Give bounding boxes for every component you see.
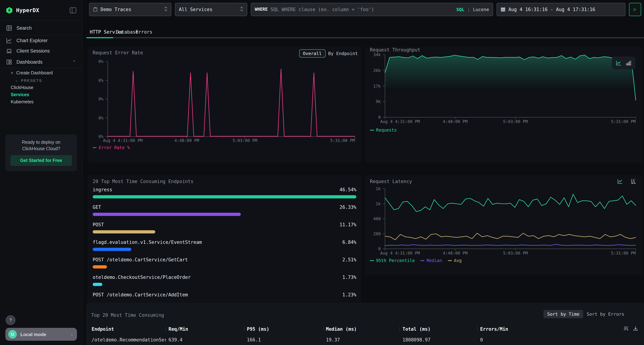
select-chevrons-icon	[164, 6, 168, 12]
chevron-up-icon[interactable]: ⌃	[73, 60, 76, 64]
plot-area[interactable]	[385, 189, 636, 249]
run-query-button[interactable]: ▷	[629, 3, 641, 16]
endpoint-label: ingress	[93, 187, 112, 192]
histogram-icon[interactable]	[631, 178, 636, 184]
sidebar-item-dashboards[interactable]: Dashboards ⌃	[0, 56, 82, 68]
top-time-consuming-table: Top 20 Most Time Consuming Sort by Time …	[86, 303, 644, 345]
endpoint-row[interactable]: oteldemo.CheckoutService/PlaceOrder 1.73…	[93, 275, 356, 286]
search-doc-icon	[6, 25, 12, 31]
endpoint-label: POST /oteldemo.CartService/AddItem	[93, 292, 188, 298]
endpoint-percent: 26.33%	[340, 205, 356, 210]
y-axis-labels: 0%0%0%0%0%	[92, 61, 106, 137]
cell-errors-min: 0	[480, 337, 483, 343]
lucene-mode-toggle[interactable]: Lucene	[473, 6, 489, 12]
sql-mode-toggle[interactable]: SQL	[456, 6, 464, 12]
column-resize-handle[interactable]: ⋮	[164, 326, 168, 331]
date-range-picker[interactable]: Aug 4 16:31:16 - Aug 4 17:31:16	[496, 3, 626, 16]
line-chart-icon[interactable]	[616, 60, 622, 66]
local-mode-button[interactable]: U Local mode ›	[5, 328, 77, 341]
endpoint-percent: 6.84%	[342, 240, 356, 245]
collapse-sidebar-icon[interactable]	[70, 7, 76, 13]
endpoint-bar	[93, 213, 241, 216]
cell-p95: 166.1	[247, 337, 261, 343]
column-resize-handle[interactable]: ⋮	[242, 326, 246, 331]
cell-req-min: 639.4	[168, 337, 182, 343]
latency-card: Request Latency 1k1k4002000 Aug 4 4:31:0…	[365, 175, 642, 275]
promo-line1: Ready to deploy on	[5, 139, 77, 145]
sidebar-item-label: Client Sessions	[16, 48, 50, 54]
row-options-icon[interactable]	[623, 326, 628, 333]
endpoint-row[interactable]: POST 11.17%	[93, 222, 356, 234]
top-endpoints-panel: 20 Top Most Time Consuming Endpoints ing…	[88, 175, 361, 303]
chart-legend: Error Rate %	[93, 145, 130, 150]
sidebar-item-search[interactable]: Search	[0, 21, 82, 35]
calendar-icon	[500, 7, 506, 12]
tab-errors[interactable]: Errors	[136, 29, 152, 35]
download-icon[interactable]	[633, 326, 638, 333]
clickhouse-cloud-promo: Ready to deploy on ClickHouse Cloud? Get…	[5, 134, 77, 171]
sidebar-item-label: Dashboards	[16, 59, 42, 65]
endpoint-percent: 11.17%	[340, 222, 356, 227]
by-endpoint-toggle[interactable]: By Endpoint	[328, 51, 358, 56]
sidebar-item-client-sessions[interactable]: Client Sessions	[0, 46, 82, 56]
endpoint-bar	[93, 195, 356, 198]
endpoint-row[interactable]: ingress 46.54%	[93, 187, 356, 198]
get-started-button[interactable]: Get Started for Free	[10, 155, 72, 166]
help-button[interactable]: ?	[6, 315, 16, 325]
overall-toggle[interactable]: Overall	[299, 49, 326, 57]
column-resize-handle[interactable]: ⋮	[475, 326, 480, 331]
column-resize-handle[interactable]: ⋮	[398, 326, 402, 331]
table-title: Top 20 Most Time Consuming	[91, 313, 164, 318]
select-chevrons-icon	[240, 6, 243, 12]
cell-total: 1808098.97	[402, 337, 430, 343]
sidebar-item-label: Chart Explorer	[16, 38, 48, 43]
hyperdx-app: HyperDX Search Chart Explorer	[0, 0, 644, 345]
line-chart-icon[interactable]	[617, 178, 623, 184]
create-dashboard-button[interactable]: + Create Dashboard	[11, 69, 82, 76]
endpoints-list: ingress 46.54% GET 26.33%	[93, 187, 356, 303]
y-axis-labels: 1k1k4002000	[369, 189, 383, 249]
error-rate-chart: 0%0%0%0%0%	[92, 61, 357, 137]
play-icon: ▷	[634, 7, 636, 12]
throughput-chart: 34k26k17k9k0	[369, 55, 638, 117]
latency-chart: 1k1k4002000	[369, 189, 638, 249]
endpoint-row[interactable]: POST /oteldemo.CartService/AddItem 1.23%	[93, 292, 356, 303]
chevron-down-icon: ⌄	[15, 78, 18, 82]
source-select[interactable]: Demo Traces	[89, 3, 172, 16]
tab-underline-track	[86, 37, 644, 38]
col-total[interactable]: Total (ms)	[402, 327, 430, 332]
sidebar-item-services[interactable]: Services	[11, 91, 82, 98]
plot-area[interactable]	[385, 55, 636, 117]
endpoint-bar	[93, 248, 131, 251]
col-req-min[interactable]: Req/Min	[168, 327, 188, 332]
col-errors-min[interactable]: Errors/Min	[480, 327, 508, 332]
service-select[interactable]: All Services	[175, 3, 247, 16]
sidebar-item-clickhouse[interactable]: ClickHouse	[11, 84, 82, 91]
chevron-right-icon: ›	[71, 331, 73, 337]
endpoint-label: GET	[93, 205, 101, 210]
bar-chart-icon[interactable]	[626, 60, 632, 66]
panel-title: 20 Top Most Time Consuming Endpoints	[93, 179, 194, 184]
sidebar-item-kubernetes[interactable]: Kubernetes	[11, 98, 82, 105]
search-placeholder: SQL WHERE clause (ex. column = 'foo')	[270, 6, 454, 12]
sort-by-time-button[interactable]: Sort by Time	[544, 310, 583, 318]
endpoint-row[interactable]: GET 26.33%	[93, 205, 356, 216]
col-endpoint[interactable]: Endpoint	[92, 327, 114, 332]
topbar: Demo Traces All Services WHERE SQL WHERE…	[82, 0, 644, 18]
endpoint-row[interactable]: POST /oteldemo.CartService/GetCart 2.51%	[93, 257, 356, 269]
tab-database[interactable]: Database	[116, 29, 138, 35]
presets-group-toggle[interactable]: ⌄ PRESETS	[11, 76, 82, 84]
endpoint-percent: 2.51%	[342, 257, 356, 262]
search-input[interactable]: WHERE SQL WHERE clause (ex. column = 'fo…	[251, 3, 493, 16]
sort-by-errors-button[interactable]: Sort by Errors	[583, 310, 628, 318]
chart-legend: 95th PercentileMedianAvg	[370, 258, 462, 263]
endpoint-label: POST	[93, 222, 104, 227]
endpoint-row[interactable]: flagd.evaluation.v1.Service/EventStream …	[93, 240, 356, 251]
col-median[interactable]: Median (ms)	[326, 327, 357, 332]
col-p95[interactable]: P95 (ms)	[247, 327, 269, 332]
column-resize-handle[interactable]: ⋮	[321, 326, 326, 331]
sidebar-item-chart-explorer[interactable]: Chart Explorer	[0, 35, 82, 46]
plot-area[interactable]	[108, 61, 355, 137]
x-axis-labels: Aug 4 4:31:00 PM4:48:00 PM5:03:00 PM5:31…	[385, 119, 636, 125]
cell-endpoint[interactable]: /oteldemo.RecommendationServ	[92, 337, 166, 343]
